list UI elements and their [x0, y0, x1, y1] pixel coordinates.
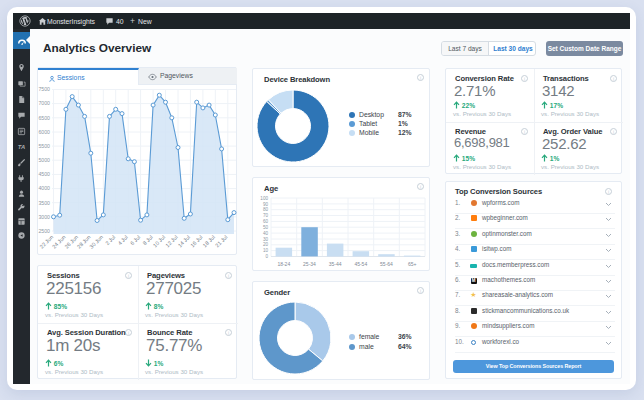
svg-text:50: 50	[263, 225, 269, 230]
svg-text:4 Jul: 4 Jul	[117, 234, 129, 246]
svg-text:55-64: 55-64	[380, 261, 393, 267]
svg-text:3500: 3500	[38, 200, 50, 206]
svg-text:70: 70	[263, 213, 269, 218]
svg-text:21 Jul: 21 Jul	[214, 234, 228, 248]
svg-text:16 Jul: 16 Jul	[189, 234, 203, 248]
svg-text:6500: 6500	[38, 115, 50, 121]
svg-text:65+: 65+	[408, 261, 417, 267]
svg-text:0: 0	[265, 254, 268, 259]
svg-text:10 Jul: 10 Jul	[152, 234, 166, 248]
svg-text:40: 40	[263, 231, 269, 236]
svg-text:35-44: 35-44	[329, 261, 342, 267]
svg-text:100: 100	[260, 196, 268, 201]
svg-text:4000: 4000	[38, 185, 50, 191]
svg-text:TA: TA	[18, 144, 25, 150]
svg-text:12 Jul: 12 Jul	[164, 234, 178, 248]
svg-text:90: 90	[263, 202, 269, 207]
svg-text:20: 20	[263, 242, 269, 247]
svg-text:30 Jun: 30 Jun	[88, 234, 104, 250]
svg-text:5000: 5000	[38, 157, 50, 163]
svg-text:25-34: 25-34	[303, 261, 316, 267]
svg-text:45-54: 45-54	[354, 261, 367, 267]
svg-text:30: 30	[263, 237, 269, 242]
svg-text:2500: 2500	[38, 228, 50, 234]
svg-text:7500: 7500	[38, 86, 50, 92]
svg-text:4500: 4500	[38, 171, 50, 177]
svg-text:7000: 7000	[38, 100, 50, 106]
svg-text:80: 80	[263, 207, 269, 212]
svg-text:2 Jul: 2 Jul	[104, 234, 116, 246]
svg-text:18 Jul: 18 Jul	[202, 234, 216, 248]
svg-text:3000: 3000	[38, 214, 50, 220]
svg-text:10: 10	[263, 248, 269, 253]
svg-text:18-24: 18-24	[277, 261, 290, 267]
svg-text:6000: 6000	[38, 129, 50, 135]
svg-text:6 Jul: 6 Jul	[129, 234, 141, 246]
svg-text:60: 60	[263, 219, 269, 224]
svg-text:14 Jul: 14 Jul	[177, 234, 191, 248]
svg-text:5500: 5500	[38, 143, 50, 149]
